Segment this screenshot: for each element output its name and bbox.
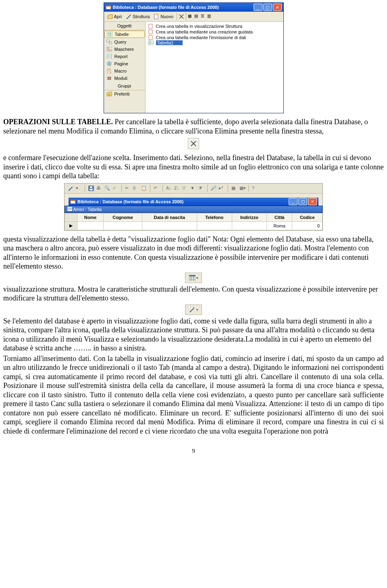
- toolbar-struttura[interactable]: Struttura: [124, 14, 151, 19]
- spell-icon[interactable]: ✓: [112, 186, 118, 191]
- sidebar-item-query[interactable]: Query: [104, 38, 145, 46]
- help-icon[interactable]: ?: [252, 186, 258, 191]
- svg-rect-35: [67, 207, 72, 211]
- cell-citta[interactable]: Roma: [266, 221, 292, 230]
- sidebar-header-oggetti[interactable]: Oggetti: [104, 22, 145, 30]
- view-large-icon[interactable]: ▦: [188, 14, 194, 19]
- sidebar-item-tabelle[interactable]: Tabelle: [104, 31, 145, 38]
- data-grid[interactable]: Nome Cognome Data di nascita Telefono In…: [64, 213, 322, 230]
- create-entry[interactable]: Crea una tabella mediante l'immissione d…: [148, 35, 281, 40]
- sidebar-label: Tabelle: [115, 32, 129, 37]
- new-obj-icon[interactable]: ▦▾: [239, 186, 245, 191]
- table-tabella1[interactable]: Tabella1: [156, 40, 183, 45]
- toolbar-apri[interactable]: Apri: [106, 14, 124, 19]
- view-detail-icon[interactable]: ▥: [207, 14, 213, 19]
- col-nome[interactable]: Nome: [77, 213, 104, 221]
- row-selector[interactable]: ▶: [65, 221, 77, 230]
- main-row-label: Crea una tabella mediante una creazione …: [156, 29, 253, 34]
- close-button[interactable]: ✕: [308, 198, 317, 205]
- filter2-icon[interactable]: ▼: [190, 186, 196, 191]
- dropdown-icon[interactable]: ▾: [76, 186, 81, 191]
- view-list-icon[interactable]: ☰: [201, 14, 206, 19]
- sidebar-label: Preferiti: [114, 92, 130, 96]
- inner-titlebar[interactable]: Biblioteca : Database (formato file di A…: [69, 198, 318, 206]
- create-design-view[interactable]: Crea una tabella in visualizzazione Stru…: [148, 23, 281, 29]
- para-switch-view: Se l'elemento del database è aperto in v…: [3, 317, 384, 353]
- para-insert-operations: Torniamo all'inserimento dati. Con la ta…: [3, 354, 384, 436]
- sidebar-header-gruppi[interactable]: Gruppi: [104, 82, 145, 90]
- separator: [150, 185, 150, 192]
- maximize-button[interactable]: ▢: [298, 198, 307, 205]
- design-view-icon: ▾: [185, 304, 202, 315]
- cell-codice[interactable]: 0: [292, 221, 322, 230]
- sort-desc-icon[interactable]: Z↓: [174, 186, 180, 191]
- toolbar-nuovo[interactable]: Nuovo: [152, 14, 175, 19]
- svg-rect-19: [108, 56, 110, 56]
- svg-rect-18: [108, 55, 110, 55]
- cell-indirizzo[interactable]: [232, 221, 266, 230]
- row-selector-head[interactable]: [65, 213, 77, 221]
- cell-nome[interactable]: [77, 221, 104, 230]
- cell-data[interactable]: [142, 221, 197, 230]
- wizard-icon: [148, 29, 154, 34]
- save-icon[interactable]: [88, 186, 94, 191]
- sidebar-item-report[interactable]: Report: [104, 53, 145, 60]
- new-rec-icon[interactable]: ▸*: [219, 186, 225, 191]
- col-citta[interactable]: Città: [266, 213, 292, 221]
- col-codice[interactable]: Codice: [292, 213, 322, 221]
- svg-rect-45: [189, 312, 191, 312]
- col-data[interactable]: Data di nascita: [142, 213, 197, 221]
- new-icon: [154, 14, 159, 19]
- search-icon[interactable]: 🔍: [104, 186, 110, 191]
- toolbar-label: Apri: [114, 14, 122, 19]
- funnel-icon[interactable]: ⧩: [198, 186, 204, 191]
- sidebar-item-macro[interactable]: Macro: [104, 67, 145, 75]
- maximize-button[interactable]: ▢: [263, 4, 272, 11]
- separator: [228, 185, 228, 192]
- svg-rect-16: [107, 50, 111, 51]
- db-window-icon[interactable]: ▦: [231, 186, 237, 191]
- module-icon: [106, 76, 112, 81]
- para-vis-struttura: visualizzazione struttura. Mostra le car…: [3, 285, 384, 303]
- sidebar-label: Macro: [114, 69, 127, 73]
- create-wizard[interactable]: Crea una tabella mediante una creazione …: [148, 29, 281, 35]
- svg-rect-5: [107, 32, 112, 37]
- main-pane: Crea una tabella in visualizzazione Stru…: [146, 22, 283, 113]
- cut-icon[interactable]: ✂: [125, 186, 131, 191]
- sidebar-item-moduli[interactable]: Moduli: [104, 75, 145, 82]
- sort-asc-icon[interactable]: A↓: [166, 186, 172, 191]
- sidebar-item-maschere[interactable]: Maschere: [104, 46, 145, 53]
- undo-icon[interactable]: ↶: [154, 186, 159, 191]
- para-insert-data: e confermare l'esecuzione dell'azione sc…: [3, 153, 384, 181]
- minimize-button[interactable]: _: [254, 4, 262, 11]
- col-indirizzo[interactable]: Indirizzo: [232, 213, 266, 221]
- query-icon: [106, 40, 112, 44]
- col-telefono[interactable]: Telefono: [197, 213, 232, 221]
- page-number: 9: [3, 448, 384, 455]
- titlebar[interactable]: Biblioteca : Database (formato file di A…: [104, 3, 283, 12]
- minimize-button[interactable]: _: [289, 198, 298, 205]
- col-cognome[interactable]: Cognome: [104, 213, 142, 221]
- design-view-icon[interactable]: [68, 186, 73, 191]
- sidebar-label: Report: [114, 54, 128, 59]
- data-row[interactable]: ▶ Roma 0: [65, 221, 322, 230]
- svg-rect-1: [106, 5, 111, 6]
- delete-icon[interactable]: [179, 14, 184, 19]
- sidebar-label: Query: [114, 40, 127, 44]
- print-icon[interactable]: 🖶: [96, 186, 102, 191]
- window-title: Biblioteca : Database (formato file di A…: [113, 5, 219, 10]
- copy-icon[interactable]: ⎘: [133, 186, 139, 191]
- find-icon[interactable]: 🔎: [211, 186, 216, 191]
- svg-rect-11: [109, 42, 112, 44]
- sidebar-label: Maschere: [114, 47, 134, 52]
- table-title-bar[interactable]: Amici : Tabella: [64, 206, 322, 213]
- cell-cognome[interactable]: [104, 221, 142, 230]
- close-button[interactable]: ✕: [273, 4, 282, 11]
- sidebar-item-preferiti[interactable]: Preferiti: [104, 90, 145, 98]
- view-small-icon[interactable]: ▤: [194, 14, 200, 19]
- paste-icon[interactable]: 📋: [141, 186, 147, 191]
- sidebar: Oggetti Tabelle Query Maschere Report Pa…: [104, 22, 146, 113]
- cell-telefono[interactable]: [197, 221, 232, 230]
- sidebar-item-pagine[interactable]: Pagine: [104, 60, 145, 67]
- filter-icon[interactable]: ▽: [182, 186, 188, 191]
